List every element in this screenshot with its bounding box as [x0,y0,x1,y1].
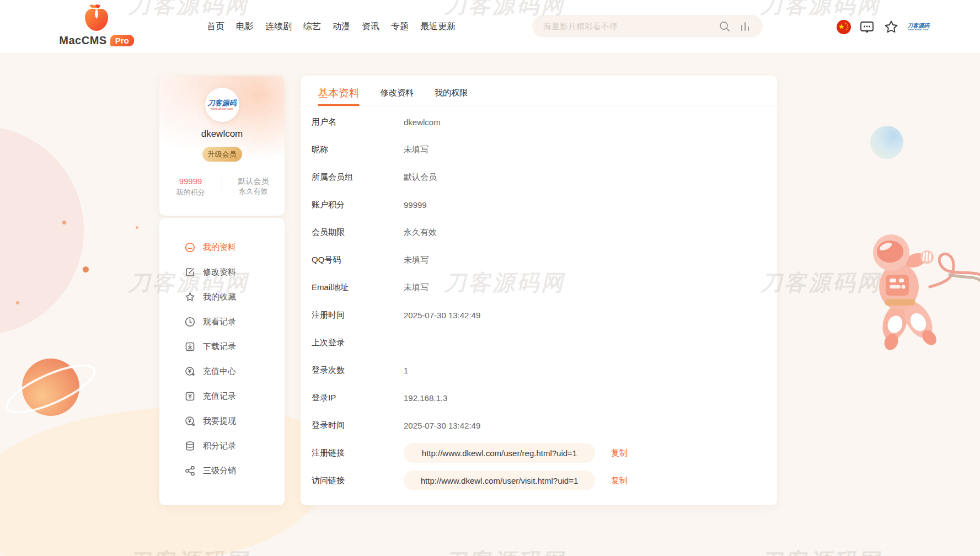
sidebar-item-label: 三级分销 [203,466,236,476]
sidebar-item-download-history[interactable]: 下载记录 [159,334,285,359]
watermark: 刀客源码网 [760,546,881,556]
sidebar-item-label: 我的资料 [203,242,236,253]
language-flag-button[interactable] [836,0,852,54]
yen-plus-icon [185,366,195,377]
group-name: 默认会员 [222,175,285,186]
brand-name: MacCMS [59,34,106,47]
nav-item-topics[interactable]: 专题 [391,21,409,33]
nav-item-movies[interactable]: 电影 [236,21,254,33]
profile-card: 刀客源码 www.dkewl.com dkewlcom 升级会员 99999 我… [159,76,285,216]
detail-row-qq: QQ号码 未填写 [312,246,777,274]
detail-row-login-count: 登录次数 1 [312,356,777,384]
sidebar-item-my-profile[interactable]: 我的资料 [159,235,285,260]
messages-button[interactable] [859,0,875,54]
watermark: 刀客源码网 [760,268,881,298]
blue-planet-decoration [870,126,903,159]
copy-register-link-button[interactable]: 复制 [611,448,628,458]
tab-bar: 基本资料 修改资料 我的权限 [301,76,777,106]
sidebar-item-label: 下载记录 [203,341,236,352]
dot-decoration [16,301,19,304]
sidebar-item-label: 观看记录 [203,317,236,327]
sidebar-item-affiliate[interactable]: 三级分销 [159,458,285,483]
detail-row-login-ip: 登录IP 192.168.1.3 [312,384,777,411]
message-icon [859,19,875,35]
detail-row-member-group: 所属会员组 默认会员 [312,163,777,191]
detail-row-email: Email地址 未填写 [312,274,777,301]
detail-row-register-time: 注册时间 2025-07-30 13:42:49 [312,301,777,329]
profile-detail-panel: 基本资料 修改资料 我的权限 用户名 dkewlcom 昵称 未填写 所属会员组… [301,76,777,505]
download-icon [185,341,195,352]
star-icon [185,292,195,302]
page: 刀客源码网 刀客源码网 刀客源码网 刀客源码网 刀客源码网 刀客源码网 刀客源码… [0,0,980,556]
detail-row-account-points: 账户积分 99999 [312,191,777,218]
sidebar-item-label: 积分记录 [203,441,236,451]
site-logo[interactable]: MacCMS Pro [55,2,138,47]
sidebar-item-watch-history[interactable]: 观看记录 [159,309,285,334]
nav-item-anime[interactable]: 动漫 [333,21,350,33]
sidebar-item-recharge-center[interactable]: 充值中心 [159,359,285,384]
nav-item-news[interactable]: 资讯 [362,21,379,33]
dot-decoration [62,221,66,224]
nav-item-series[interactable]: 连续剧 [265,21,292,33]
copy-visit-link-button[interactable]: 复制 [611,475,628,486]
detail-row-visit-link: 访问链接 http://www.dkewl.com/user/visit.htm… [312,467,777,494]
mini-logo-text: 刀客源码 [907,23,929,29]
tab-my-permissions[interactable]: 我的权限 [435,88,468,106]
share-icon [185,466,195,476]
detail-row-register-link: 注册链接 http://www.dkewl.com/user/reg.html?… [312,439,777,467]
astronaut-illustration [865,227,980,368]
avatar-logo-url: www.dkewl.com [211,107,233,110]
sidebar-menu: 我的资料 修改资料 我的收藏 观看记录 [159,218,285,505]
nav-item-variety[interactable]: 综艺 [303,21,321,33]
sidebar-item-recharge-history[interactable]: 充值记录 [159,384,285,409]
pro-badge: Pro [110,35,134,46]
smiley-icon [185,242,195,253]
apple-logo-icon [82,2,111,33]
sidebar-item-my-favorites[interactable]: 我的收藏 [159,285,285,309]
visit-link-field[interactable]: http://www.dkewl.com/user/visit.html?uid… [404,471,595,490]
ranking-bars-icon[interactable] [740,21,751,32]
sidebar-item-withdraw[interactable]: 我要提现 [159,409,285,434]
points-label: 我的积分 [159,188,222,198]
search-icon[interactable] [719,20,731,33]
pale-circle-decoration [0,126,84,335]
dot-decoration [136,226,138,229]
username: dkewlcom [159,129,285,140]
tab-edit-profile[interactable]: 修改资料 [381,88,414,106]
watermark: 刀客源码网 [128,546,249,556]
search-bar [532,15,763,38]
avatar-logo-text: 刀客源码 [208,99,237,107]
sidebar-item-label: 我的收藏 [203,292,236,302]
group-validity: 永久有效 [222,186,285,197]
site-logo-mini[interactable]: 刀客源码 www.dkewl.com [907,0,929,54]
yen-square-icon [185,391,195,402]
detail-row-nickname: 昵称 未填写 [312,136,777,163]
mini-logo-subtext: www.dkewl.com [907,29,929,31]
sidebar-item-points-history[interactable]: 积分记录 [159,434,285,458]
main-nav: 首页 电影 连续剧 综艺 动漫 资讯 专题 最近更新 [207,0,456,54]
profile-stats: 99999 我的积分 默认会员 永久有效 [159,175,285,198]
nav-item-home[interactable]: 首页 [207,21,224,33]
saturn-planet-decoration [0,350,108,430]
points-stat: 99999 我的积分 [159,175,222,198]
avatar: 刀客源码 www.dkewl.com [205,88,239,122]
group-stat: 默认会员 永久有效 [222,175,285,198]
clock-icon [185,317,195,327]
register-link-field[interactable]: http://www.dkewl.com/user/reg.html?uid=1 [404,443,595,463]
sidebar-item-label: 充值记录 [203,391,236,402]
nav-item-recent-updates[interactable]: 最近更新 [420,21,456,33]
withdraw-icon [185,416,195,426]
sidebar-item-label: 修改资料 [203,267,236,277]
favorites-button[interactable] [883,0,899,54]
sidebar-item-label: 充值中心 [203,366,236,377]
detail-row-last-login: 上次登录 [312,329,777,356]
points-value: 99999 [159,175,222,188]
search-input[interactable] [532,22,719,31]
sidebar-item-edit-profile[interactable]: 修改资料 [159,260,285,285]
database-icon [185,441,195,451]
detail-row-member-term: 会员期限 永久有效 [312,218,777,246]
upgrade-member-button[interactable]: 升级会员 [202,147,242,162]
dot-decoration [83,266,89,272]
tab-basic-info[interactable]: 基本资料 [318,86,360,106]
watermark: 刀客源码网 [444,546,565,556]
